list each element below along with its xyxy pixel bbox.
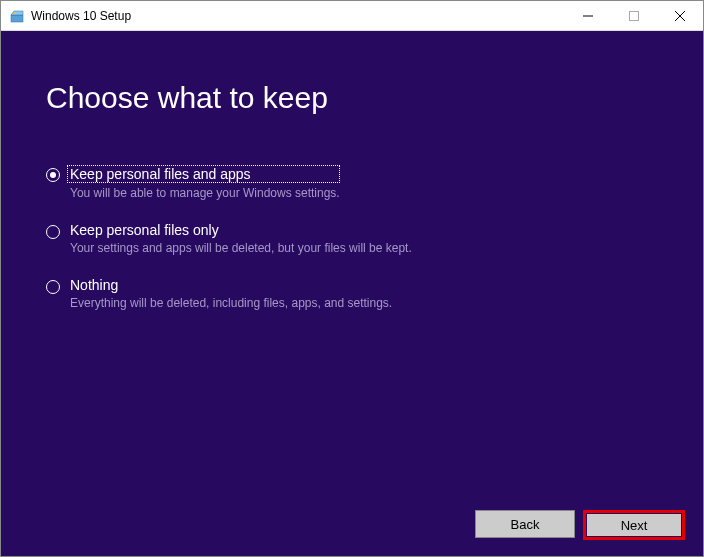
- option-nothing[interactable]: Nothing Everything will be deleted, incl…: [46, 277, 658, 310]
- option-description: Everything will be deleted, including fi…: [70, 296, 392, 310]
- radio-icon: [46, 225, 60, 239]
- option-keep-files-apps[interactable]: Keep personal files and apps You will be…: [46, 165, 658, 200]
- options-group: Keep personal files and apps You will be…: [46, 165, 658, 310]
- maximize-button: [611, 1, 657, 30]
- radio-icon: [46, 168, 60, 182]
- minimize-button[interactable]: [565, 1, 611, 30]
- option-label: Nothing: [70, 277, 392, 293]
- app-icon: [9, 8, 25, 24]
- option-keep-files-only[interactable]: Keep personal files only Your settings a…: [46, 222, 658, 255]
- back-button[interactable]: Back: [475, 510, 575, 538]
- svg-rect-0: [11, 15, 23, 22]
- window-controls: [565, 1, 703, 30]
- option-text: Keep personal files and apps You will be…: [70, 165, 340, 200]
- next-button-highlight: Next: [583, 510, 685, 540]
- svg-rect-3: [630, 11, 639, 20]
- footer-buttons: Back Next: [475, 510, 685, 540]
- option-label: Keep personal files and apps: [67, 165, 340, 183]
- svg-rect-1: [14, 12, 16, 14]
- close-button[interactable]: [657, 1, 703, 30]
- radio-icon: [46, 280, 60, 294]
- option-text: Nothing Everything will be deleted, incl…: [70, 277, 392, 310]
- content-area: Choose what to keep Keep personal files …: [1, 31, 703, 557]
- option-description: You will be able to manage your Windows …: [70, 186, 340, 200]
- next-button[interactable]: Next: [587, 514, 681, 536]
- titlebar: Windows 10 Setup: [1, 1, 703, 31]
- option-text: Keep personal files only Your settings a…: [70, 222, 412, 255]
- window-title: Windows 10 Setup: [31, 9, 131, 23]
- page-title: Choose what to keep: [46, 81, 658, 115]
- option-label: Keep personal files only: [70, 222, 412, 238]
- option-description: Your settings and apps will be deleted, …: [70, 241, 412, 255]
